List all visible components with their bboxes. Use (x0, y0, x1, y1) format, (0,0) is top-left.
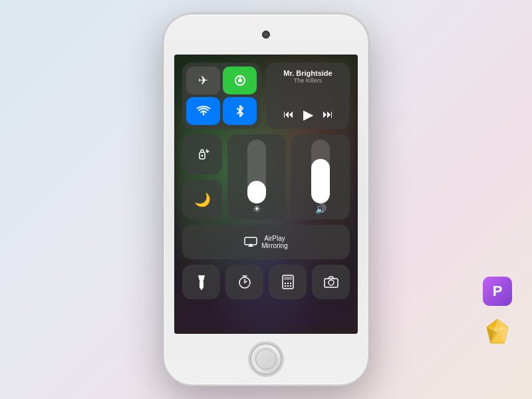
iphone-bottom (164, 334, 368, 384)
row2-right: ☀ 🔊 (227, 134, 350, 219)
airplay-text: AirPlay Mirroring (261, 235, 287, 249)
svg-point-3 (202, 114, 204, 116)
svg-marker-11 (198, 275, 205, 281)
iphone-screen: ✈ (174, 55, 358, 334)
music-artist: The Killers (273, 77, 343, 84)
music-controls: ⏮ ▶ ⏭ (273, 106, 343, 122)
svg-point-24 (287, 285, 288, 287)
brightness-track (247, 140, 266, 203)
iphone-camera (262, 31, 270, 39)
svg-point-25 (289, 285, 291, 287)
row2-left: 🌙 (182, 134, 222, 219)
pixelmator-icon: P (483, 277, 512, 306)
volume-icon: 🔊 (315, 203, 327, 214)
flashlight-button[interactable] (182, 265, 220, 299)
airplay-button[interactable]: AirPlay Mirroring (182, 225, 350, 259)
toggle-group: ✈ (182, 63, 261, 129)
hotspot-button[interactable] (223, 66, 257, 94)
brightness-fill (247, 181, 266, 203)
svg-rect-10 (200, 281, 203, 289)
home-button-ring (255, 348, 277, 370)
airplay-line2: Mirroring (261, 242, 287, 249)
orientation-lock-button[interactable] (182, 134, 222, 174)
svg-point-22 (289, 283, 291, 284)
brand-icons: P (483, 277, 512, 346)
airplane-mode-button[interactable]: ✈ (186, 66, 220, 94)
sketch-icon (483, 317, 512, 346)
row-2: 🌙 ☀ 🔊 (182, 134, 350, 219)
music-info: Mr. Brightside The Killers (273, 69, 343, 84)
next-button[interactable]: ⏭ (323, 108, 333, 120)
svg-rect-19 (284, 277, 292, 280)
sketch-logo (483, 317, 512, 346)
music-player[interactable]: Mr. Brightside The Killers ⏮ ▶ ⏭ (266, 63, 350, 129)
timer-button[interactable] (225, 265, 263, 299)
camera-icon (324, 276, 338, 288)
svg-point-23 (284, 285, 285, 287)
brightness-slider[interactable]: ☀ (227, 134, 286, 219)
svg-point-21 (287, 283, 288, 284)
airplay-icon (244, 237, 257, 247)
control-center: ✈ (174, 55, 358, 334)
camera-button[interactable] (312, 265, 350, 299)
calculator-icon (282, 275, 294, 289)
svg-point-27 (329, 280, 334, 285)
do-not-disturb-button[interactable]: 🌙 (182, 180, 222, 219)
svg-point-20 (284, 283, 285, 284)
row-4 (182, 265, 350, 299)
bluetooth-button[interactable] (223, 97, 257, 125)
brightness-icon: ☀ (253, 203, 261, 214)
prev-button[interactable]: ⏮ (283, 108, 294, 120)
row-1: ✈ (182, 63, 350, 129)
iphone-frame: ✈ (163, 13, 369, 386)
calculator-button[interactable] (269, 265, 307, 299)
wifi-button[interactable] (186, 97, 220, 125)
volume-slider[interactable]: 🔊 (291, 134, 350, 219)
timer-icon (237, 275, 252, 289)
row-3: AirPlay Mirroring (182, 225, 350, 259)
play-button[interactable]: ▶ (303, 106, 313, 122)
volume-fill (311, 159, 330, 203)
volume-track (311, 140, 330, 203)
iphone-top (164, 15, 368, 55)
music-title: Mr. Brightside (273, 69, 343, 77)
flashlight-icon (196, 274, 207, 290)
svg-point-8 (201, 155, 203, 157)
home-button[interactable] (250, 343, 282, 375)
airplay-line1: AirPlay (264, 235, 285, 242)
